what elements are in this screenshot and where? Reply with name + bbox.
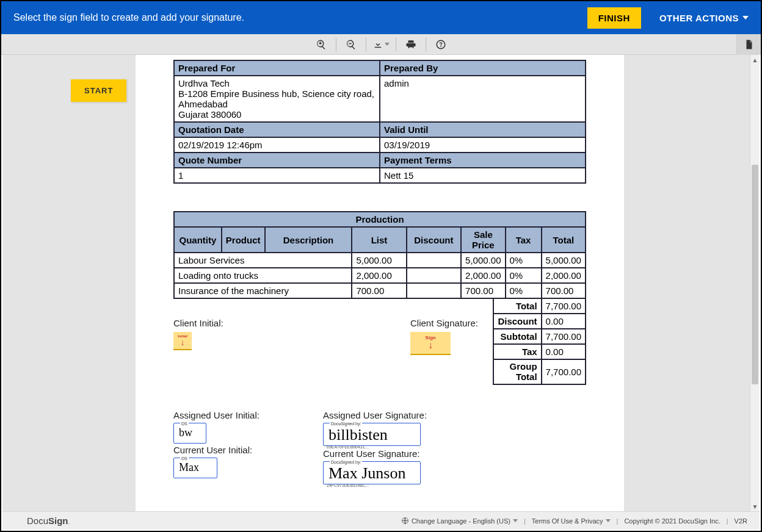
help-button[interactable] [428,34,454,55]
valid-until-header: Valid Until [380,122,586,137]
assigned-initial-label: Assigned User Initial: [173,410,323,420]
scroll-up-icon[interactable]: ▲ [750,55,760,65]
caret-down-icon [513,519,518,522]
arrow-down-icon: ↓ [428,340,433,350]
caret-down-icon [742,16,749,20]
globe-icon [401,517,409,525]
document-viewport: START Prepared For Prepared By Urdhva Te… [2,55,760,511]
footer-bar: DocuSign. Change Language - English (US)… [2,511,760,530]
finish-button[interactable]: FINISH [587,7,641,29]
scrollbar-thumb[interactable] [752,165,758,384]
client-signature-field[interactable]: Sign ↓ [410,332,451,355]
other-actions-label: OTHER ACTIONS [659,13,739,23]
prepared-by-header: Prepared By [380,60,586,76]
quote-header-table: Prepared For Prepared By Urdhva Tech B-1… [173,60,586,184]
zoom-in-icon [316,39,327,50]
production-title: Production [174,212,586,227]
instruction-banner: Select the sign field to create and add … [1,1,761,34]
client-signature-label: Client Signature: [410,318,586,328]
terms-link[interactable]: Terms Of Use & Privacy [532,517,611,525]
current-initial-label: Current User Initial: [173,445,323,455]
assigned-signature-box: DocuSigned by: billbisten [323,423,421,446]
zoom-out-icon [346,39,357,50]
current-signature-label: Current User Signature: [323,448,586,459]
zoom-out-button[interactable] [338,34,364,55]
scroll-down-icon[interactable]: ▼ [750,501,760,511]
docusign-logo: DocuSign. [27,516,70,526]
quotation-date-header: Quotation Date [174,122,380,137]
client-initial-label: Client Initial: [173,318,410,328]
current-initial-box: DS Max [173,458,217,478]
table-row: Labour Services 5,000.00 5,000.000%5,000… [174,253,586,268]
help-icon [435,39,446,50]
copyright-text: Copyright © 2021 DocuSign Inc. [624,517,720,525]
banner-actions: FINISH OTHER ACTIONS [587,7,749,29]
caret-down-icon [385,43,390,46]
quote-number-header: Quote Number [174,153,380,168]
download-icon [372,39,383,50]
table-row: Loading onto trucks 2,000.00 2,000.000%2… [174,268,586,283]
table-row: Insurance of the machinery 700.00 700.00… [174,283,586,298]
document-icon [744,39,755,50]
viewer-toolbar [1,34,761,55]
payment-terms-value: Nett 15 [380,168,586,183]
vertical-scrollbar[interactable]: ▲ ▼ [750,55,760,511]
version-text: V2R [735,517,747,525]
assigned-initial-box: DS bw [173,423,206,444]
change-language-button[interactable]: Change Language - English (US) [401,517,518,525]
other-actions-button[interactable]: OTHER ACTIONS [659,13,749,23]
quote-number-value: 1 [174,168,380,183]
payment-terms-header: Payment Terms [380,153,586,168]
current-signature-box: DocuSigned by: Max Junson [323,461,421,484]
download-button[interactable] [368,34,394,55]
production-table: Production Quantity Product Description … [173,211,586,299]
print-icon [405,39,416,50]
prepared-for-value: Urdhva Tech B-1208 Empire Business hub, … [174,76,380,122]
arrow-down-icon: ↓ [181,338,185,347]
documents-panel-button[interactable] [736,34,761,55]
banner-message: Select the sign field to create and add … [13,12,244,23]
start-button[interactable]: START [71,79,126,102]
assigned-signature-label: Assigned User Signature: [323,410,586,420]
prepared-by-value: admin [380,76,586,122]
prepared-for-header: Prepared For [174,60,380,76]
valid-until-value: 03/19/2019 [380,137,586,153]
print-button[interactable] [398,34,424,55]
zoom-in-button[interactable] [308,34,334,55]
caret-down-icon [606,519,611,522]
document-page: Prepared For Prepared By Urdhva Tech B-1… [136,55,624,511]
quotation-date-value: 02/19/2019 12:46pm [174,137,380,153]
client-initial-field[interactable]: Initial ↓ [173,332,192,350]
